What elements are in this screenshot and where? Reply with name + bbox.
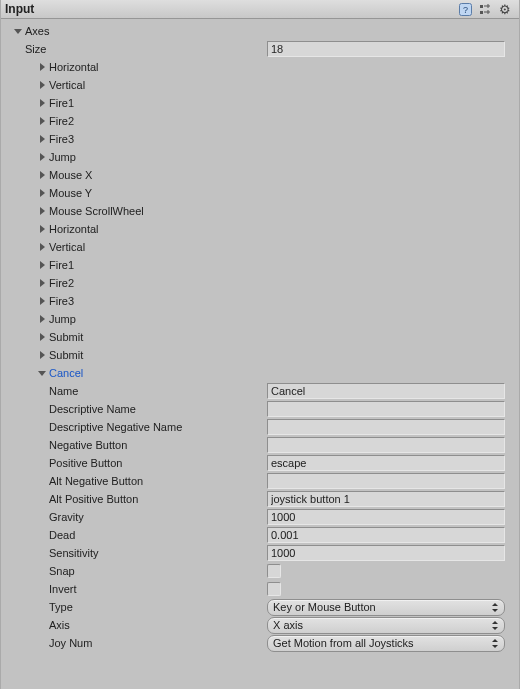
axis-label: Jump <box>49 151 76 163</box>
prop-axis: AxisX axis <box>7 616 513 634</box>
posBtn-input[interactable] <box>267 455 505 471</box>
prop-label: Alt Negative Button <box>49 475 267 487</box>
chevron-right-icon <box>37 134 47 144</box>
prop-label: Axis <box>49 619 267 631</box>
axis-foldout[interactable]: Fire2 <box>7 112 513 130</box>
prop-invert: Invert <box>7 580 513 598</box>
prop-negBtn: Negative Button <box>7 436 513 454</box>
name-input[interactable] <box>267 383 505 399</box>
input-manager-panel: Input ? ⚙ Axes Size HorizontalVerticalFi… <box>0 0 520 689</box>
dropdown-value: Get Motion from all Joysticks <box>273 637 414 649</box>
axis-foldout[interactable]: Submit <box>7 328 513 346</box>
svg-rect-3 <box>480 11 483 14</box>
axis-foldout[interactable]: Submit <box>7 346 513 364</box>
axis-label: Fire1 <box>49 97 74 109</box>
axis-foldout[interactable]: Jump <box>7 310 513 328</box>
axis-label: Mouse ScrollWheel <box>49 205 144 217</box>
type-dropdown[interactable]: Key or Mouse Button <box>267 599 505 616</box>
svg-rect-2 <box>480 5 483 8</box>
axes-foldout[interactable]: Axes <box>7 22 513 40</box>
axis-label: Jump <box>49 313 76 325</box>
axis-label: Mouse X <box>49 169 92 181</box>
sensitivity-input[interactable] <box>267 545 505 561</box>
axis-foldout[interactable]: Cancel <box>7 364 513 382</box>
size-label: Size <box>25 43 267 55</box>
axis-foldout[interactable]: Vertical <box>7 76 513 94</box>
prop-label: Alt Positive Button <box>49 493 267 505</box>
axis-dropdown[interactable]: X axis <box>267 617 505 634</box>
axis-foldout[interactable]: Fire1 <box>7 256 513 274</box>
prop-label: Negative Button <box>49 439 267 451</box>
chevron-down-icon <box>37 368 47 378</box>
prop-joy: Joy NumGet Motion from all Joysticks <box>7 634 513 652</box>
axis-label: Fire1 <box>49 259 74 271</box>
axis-label: Fire2 <box>49 115 74 127</box>
axis-foldout[interactable]: Jump <box>7 148 513 166</box>
chevron-right-icon <box>37 80 47 90</box>
chevron-right-icon <box>37 314 47 324</box>
prop-label: Snap <box>49 565 267 577</box>
axis-foldout[interactable]: Horizontal <box>7 220 513 238</box>
prop-snap: Snap <box>7 562 513 580</box>
prop-type: TypeKey or Mouse Button <box>7 598 513 616</box>
altNeg-input[interactable] <box>267 473 505 489</box>
dropdown-value: Key or Mouse Button <box>273 601 376 613</box>
axis-foldout[interactable]: Mouse X <box>7 166 513 184</box>
joy-dropdown[interactable]: Get Motion from all Joysticks <box>267 635 505 652</box>
prop-name: Name <box>7 382 513 400</box>
prop-altPos: Alt Positive Button <box>7 490 513 508</box>
panel-header: Input ? ⚙ <box>1 0 519 19</box>
prop-altNeg: Alt Negative Button <box>7 472 513 490</box>
prop-label: Gravity <box>49 511 267 523</box>
invert-checkbox[interactable] <box>267 582 281 596</box>
descNeg-input[interactable] <box>267 419 505 435</box>
axis-foldout[interactable]: Fire1 <box>7 94 513 112</box>
chevron-right-icon <box>37 116 47 126</box>
axis-label: Horizontal <box>49 223 99 235</box>
axis-label: Fire3 <box>49 295 74 307</box>
axis-label: Fire3 <box>49 133 74 145</box>
axis-foldout[interactable]: Horizontal <box>7 58 513 76</box>
help-icon[interactable]: ? <box>457 1 473 17</box>
snap-checkbox[interactable] <box>267 564 281 578</box>
descName-input[interactable] <box>267 401 505 417</box>
size-input[interactable] <box>267 41 505 57</box>
chevron-right-icon <box>37 278 47 288</box>
axis-label: Mouse Y <box>49 187 92 199</box>
axis-label: Vertical <box>49 79 85 91</box>
axes-size-row: Size <box>7 40 513 58</box>
chevron-right-icon <box>37 170 47 180</box>
svg-text:?: ? <box>462 5 467 15</box>
axis-label: Horizontal <box>49 61 99 73</box>
prop-gravity: Gravity <box>7 508 513 526</box>
dead-input[interactable] <box>267 527 505 543</box>
axes-label: Axes <box>25 25 49 37</box>
axis-foldout[interactable]: Fire3 <box>7 292 513 310</box>
prop-descNeg: Descriptive Negative Name <box>7 418 513 436</box>
chevron-right-icon <box>37 224 47 234</box>
preset-icon[interactable] <box>477 1 493 17</box>
negBtn-input[interactable] <box>267 437 505 453</box>
prop-label: Dead <box>49 529 267 541</box>
axis-label: Vertical <box>49 241 85 253</box>
axis-label: Cancel <box>49 367 83 379</box>
axis-foldout[interactable]: Mouse ScrollWheel <box>7 202 513 220</box>
prop-dead: Dead <box>7 526 513 544</box>
prop-sensitivity: Sensitivity <box>7 544 513 562</box>
altPos-input[interactable] <box>267 491 505 507</box>
chevron-right-icon <box>37 296 47 306</box>
axis-label: Submit <box>49 331 83 343</box>
axis-foldout[interactable]: Mouse Y <box>7 184 513 202</box>
chevron-right-icon <box>37 62 47 72</box>
gear-icon[interactable]: ⚙ <box>497 1 513 17</box>
chevron-right-icon <box>37 206 47 216</box>
prop-label: Joy Num <box>49 637 267 649</box>
axis-foldout[interactable]: Vertical <box>7 238 513 256</box>
chevron-right-icon <box>37 332 47 342</box>
axis-label: Fire2 <box>49 277 74 289</box>
gravity-input[interactable] <box>267 509 505 525</box>
axis-foldout[interactable]: Fire2 <box>7 274 513 292</box>
axis-foldout[interactable]: Fire3 <box>7 130 513 148</box>
chevron-down-icon <box>13 26 23 36</box>
prop-label: Sensitivity <box>49 547 267 559</box>
